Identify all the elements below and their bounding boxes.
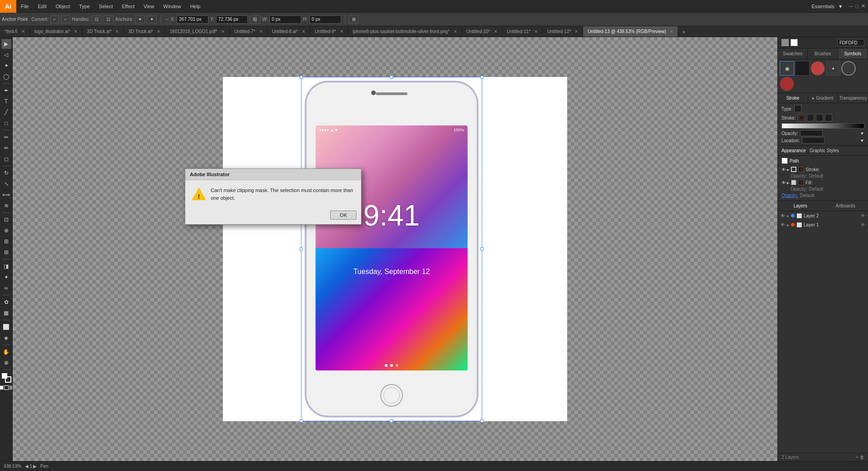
menu-select[interactable]: Select [94, 0, 117, 12]
menu-effect[interactable]: Effect [117, 0, 139, 12]
opacity-link[interactable]: Opacity: [781, 193, 798, 198]
eye-layer1[interactable]: 👁 [781, 222, 785, 227]
opacity-input[interactable] [800, 130, 823, 136]
tab-3dtruck2[interactable]: 3D Truck.ai*✕ [124, 26, 165, 37]
eraser-tool[interactable]: ◻ [1, 154, 11, 164]
menu-view[interactable]: View [139, 0, 159, 12]
none-btn[interactable] [9, 385, 13, 390]
free-transform-tool[interactable]: ⊡ [1, 215, 11, 225]
width-tool[interactable]: ⟺ [1, 190, 11, 200]
stroke-red-x[interactable]: ✕ [798, 167, 804, 172]
tab-untitled8[interactable]: Untitled-8.ai*✕ [268, 26, 310, 37]
close-btn[interactable]: ✕ [861, 3, 865, 9]
transform-btn[interactable]: ⊞ [349, 15, 359, 24]
hand-tool[interactable]: ✋ [1, 347, 11, 357]
tab-close-untitled9[interactable]: ✕ [340, 29, 343, 34]
graphic-styles-tab[interactable]: Graphic Styles [810, 148, 839, 153]
eyedropper-tool[interactable]: ✦ [1, 272, 11, 282]
minimize-btn[interactable]: ─ [849, 4, 853, 9]
tab-untitled7[interactable]: Untitled-7*✕ [230, 26, 268, 37]
tab-layers[interactable]: Layers [778, 201, 823, 211]
canvas-area[interactable]: ●●●● ▲▼ 100% 9:41 Tuesday, September 12 [13, 37, 777, 461]
rotate-tool[interactable]: ↻ [1, 168, 11, 178]
direct-selection-tool[interactable]: ◁ [1, 50, 11, 60]
tab-brushes[interactable]: Brushes [808, 48, 838, 59]
fill-red-x[interactable]: ✕ [798, 180, 804, 185]
tab-close-logo01[interactable]: ✕ [221, 29, 225, 34]
layer-2-row[interactable]: 👁 ▸ ⬜ Layer 2 👁 [778, 211, 868, 220]
layer-1-row[interactable]: 👁 ▸ ⬜ Layer 1 👁 [778, 220, 868, 229]
menu-type[interactable]: Type [75, 0, 95, 12]
expand-stroke[interactable]: ▸ [787, 167, 789, 172]
menu-window[interactable]: Window [159, 0, 186, 12]
essentials-label[interactable]: Essentials ▼ [808, 4, 847, 9]
anchors-btn2[interactable]: ✦ [147, 15, 157, 24]
layer2-visibility[interactable]: 👁 [861, 213, 865, 218]
h-input[interactable] [309, 15, 341, 24]
y-input[interactable] [216, 15, 248, 24]
tab-close-tled5[interactable]: ✕ [21, 29, 25, 34]
expand-layer2[interactable]: ▸ [787, 213, 789, 218]
rectangle-tool[interactable]: □ [1, 118, 11, 128]
symbol-sprayer-tool[interactable]: ✿ [1, 297, 11, 307]
gradient-type-swatch[interactable] [794, 105, 801, 112]
slice-tool[interactable]: ◈ [1, 333, 11, 343]
tab-close-untitled12[interactable]: ✕ [574, 29, 578, 34]
gradient-slider[interactable] [781, 123, 864, 129]
tab-logo01[interactable]: 16012018_LOGO1.pdf*✕ [165, 26, 230, 37]
tab-close-3dtruck1[interactable]: ✕ [115, 29, 119, 34]
symbol-item-2[interactable] [795, 61, 810, 76]
eye-fill[interactable]: 👁 [781, 180, 785, 185]
tab-untitled10[interactable]: Untitled-10*✕ [462, 26, 502, 37]
tab-logo[interactable]: logo_illustrator.ai*✕ [30, 26, 82, 37]
xy-link-btn[interactable]: ⛓ [250, 15, 260, 24]
convert-corner-btn[interactable]: ⌐ [50, 15, 59, 24]
eye-layer2[interactable]: 👁 [781, 213, 785, 218]
next-artboard-btn[interactable]: ▶ [33, 464, 37, 469]
tab-untitled11[interactable]: Untitled-11*✕ [502, 26, 543, 37]
hex-input[interactable] [837, 39, 864, 46]
prev-artboard-btn[interactable]: ◀ [25, 464, 29, 469]
appearance-tab[interactable]: Appearance [781, 148, 806, 153]
tab-untitled13[interactable]: Untitled-13 @ 438.53% (RGB/Preview)✕ [583, 26, 678, 37]
mesh-tool[interactable]: ⊞ [1, 247, 11, 257]
blend-tool[interactable]: ∞ [1, 283, 11, 293]
tab-untitled12[interactable]: Untitled-12*✕ [543, 26, 583, 37]
paintbrush-tool[interactable]: ✏ [1, 132, 11, 142]
tab-close-3dtruck2[interactable]: ✕ [157, 29, 160, 34]
perspective-tool[interactable]: ⊞ [1, 236, 11, 246]
symbol-item-6[interactable] [780, 77, 794, 91]
symbol-item-3[interactable] [810, 61, 825, 76]
type-tool[interactable]: T [1, 96, 11, 106]
expand-fill[interactable]: ▸ [787, 180, 789, 185]
convert-smooth-btn[interactable]: ⌐ [61, 15, 70, 24]
gradient-btn[interactable] [4, 385, 9, 390]
tab-tled5[interactable]: *tled-5✕ [0, 26, 30, 37]
tab-overflow-btn[interactable]: » [678, 26, 689, 37]
layer1-visibility[interactable]: 👁 [861, 222, 865, 227]
gradient-tool[interactable]: ◨ [1, 261, 11, 271]
symbol-item-1[interactable]: ▣ [780, 61, 794, 76]
line-tool[interactable]: ╱ [1, 107, 11, 117]
lasso-tool[interactable]: ◯ [1, 72, 11, 82]
delete-layer-btn[interactable]: 🗑 [860, 455, 864, 460]
menu-file[interactable]: File [16, 0, 34, 12]
symbol-item-4[interactable]: ✦ [826, 61, 840, 76]
pencil-tool[interactable]: ✏ [1, 143, 11, 153]
scale-tool[interactable]: ⤡ [1, 179, 11, 189]
stroke-type-btn2[interactable] [816, 114, 823, 121]
tab-close-untitled10[interactable]: ✕ [494, 29, 497, 34]
tab-close-untitled13[interactable]: ✕ [670, 29, 673, 34]
fill-stroke-indicator[interactable] [1, 373, 11, 383]
dialog-ok-button[interactable]: OK [330, 211, 357, 220]
selection-tool[interactable]: ▶ [1, 39, 11, 49]
add-layer-btn[interactable]: + [855, 455, 858, 460]
tab-gradient[interactable]: ▸ Gradient [808, 93, 839, 103]
handles-btn1[interactable]: ⊡ [92, 15, 101, 24]
menu-object[interactable]: Object [51, 0, 75, 12]
x-input[interactable] [177, 15, 208, 24]
tab-swatches[interactable]: Swatches [778, 48, 808, 59]
stroke-type-btn1[interactable] [807, 114, 814, 121]
tab-iphone8[interactable]: iphone8-plus-sasktel-boltmobile-silver-f… [348, 26, 462, 37]
tab-transparency[interactable]: Transparency [838, 93, 868, 103]
